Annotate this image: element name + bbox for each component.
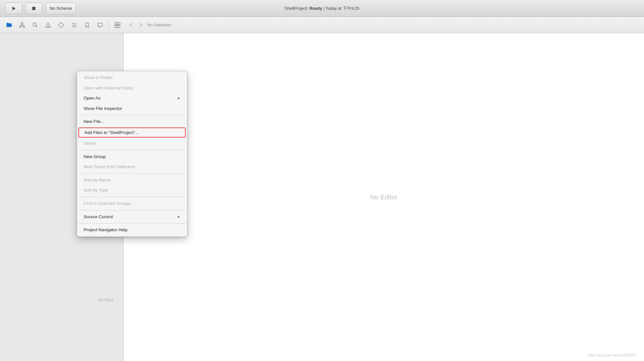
menu-label-open-external-editor: Open with External Editor	[84, 85, 133, 91]
toolbar-divider	[109, 20, 109, 30]
menu-item-open-as[interactable]: Open As ►	[77, 93, 187, 103]
comment-icon[interactable]	[94, 19, 106, 31]
play-button[interactable]	[5, 3, 22, 14]
menu-item-open-external-editor[interactable]: Open with External Editor	[77, 83, 187, 93]
status-sep: |	[322, 6, 326, 11]
menu-item-new-group[interactable]: New Group	[77, 152, 187, 162]
menu-label-add-files: Add Files to “ShellProject”...	[84, 130, 139, 136]
svg-rect-17	[118, 22, 120, 25]
menu-item-show-in-finder[interactable]: Show in Finder	[77, 73, 187, 83]
scheme-label: No Scheme	[50, 6, 72, 11]
svg-marker-0	[12, 7, 16, 10]
svg-rect-19	[118, 25, 120, 28]
menu-label-open-as: Open As	[84, 95, 101, 101]
status-project: ShellProject:	[285, 6, 310, 11]
menu-separator-5	[77, 210, 187, 210]
svg-line-10	[36, 26, 38, 27]
bookmark-icon[interactable]	[81, 19, 93, 31]
folder-icon[interactable]	[3, 19, 15, 31]
svg-rect-3	[20, 26, 21, 27]
hierarchy-icon[interactable]	[16, 19, 28, 31]
menu-label-project-navigator-help: Project Navigator Help	[84, 227, 127, 233]
content-area: No Editor	[124, 33, 644, 361]
stop-button[interactable]	[25, 3, 42, 14]
svg-rect-2	[21, 22, 23, 24]
menu-item-delete[interactable]: Delete	[77, 138, 187, 149]
breadcrumb: No Selection	[147, 22, 171, 27]
svg-rect-4	[23, 26, 25, 27]
menu-separator-3	[77, 173, 187, 174]
diamond-icon[interactable]	[55, 19, 67, 31]
menu-label-new-file: New File...	[84, 119, 104, 125]
title-bar: No Scheme ShellProject: Ready | Today at…	[0, 0, 644, 17]
svg-point-12	[48, 26, 48, 27]
warning-icon[interactable]	[42, 19, 54, 31]
menu-label-source-control: Source Control	[84, 214, 113, 220]
menu-separator-2	[77, 150, 187, 150]
title-center: ShellProject: Ready | Today at 下午9:25	[285, 6, 359, 11]
menu-label-delete: Delete	[84, 140, 96, 146]
source-control-arrow: ►	[177, 215, 181, 219]
no-editor-label: No Editor	[370, 194, 397, 201]
open-as-arrow: ►	[177, 96, 181, 100]
menu-item-new-file[interactable]: New File...	[77, 116, 187, 127]
svg-rect-16	[115, 22, 117, 25]
menu-item-new-group-selection[interactable]: New Group from Selection	[77, 162, 187, 172]
toolbar: No Selection	[0, 17, 644, 33]
no-files-label: No Files	[98, 298, 114, 302]
back-arrow[interactable]	[127, 20, 136, 30]
menu-separator-4	[77, 197, 187, 197]
list-icon[interactable]	[68, 19, 80, 31]
menu-item-show-file-inspector[interactable]: Show File Inspector	[77, 103, 187, 114]
menu-item-sort-by-type[interactable]: Sort by Type	[77, 185, 187, 195]
menu-label-new-group: New Group	[84, 154, 106, 160]
status-ready: Ready	[310, 6, 322, 11]
menu-separator-6	[77, 223, 187, 223]
svg-rect-18	[115, 25, 117, 28]
watermark: https://blog.csdn.net/u012992373	[588, 354, 636, 357]
menu-label-show-file-inspector: Show File Inspector	[84, 106, 122, 112]
context-menu: Show in Finder Open with External Editor…	[77, 71, 187, 237]
menu-label-sort-by-name: Sort by Name	[84, 177, 111, 183]
menu-label-find-in-groups: Find in Selected Groups...	[84, 201, 134, 207]
menu-label-new-group-selection: New Group from Selection	[84, 164, 135, 170]
menu-label-sort-by-type: Sort by Type	[84, 187, 108, 193]
nav-arrows	[127, 20, 145, 30]
menu-separator-1	[77, 115, 187, 115]
forward-arrow[interactable]	[136, 20, 145, 30]
svg-point-9	[33, 23, 36, 26]
menu-item-project-navigator-help[interactable]: Project Navigator Help	[77, 225, 187, 235]
menu-item-source-control[interactable]: Source Control ►	[77, 212, 187, 222]
svg-rect-1	[32, 7, 35, 10]
title-bar-controls: No Scheme	[5, 3, 76, 14]
menu-item-sort-by-name[interactable]: Sort by Name	[77, 175, 187, 185]
search-icon[interactable]	[29, 19, 41, 31]
watermark-text: https://blog.csdn.net/u012992373	[588, 354, 636, 357]
menu-label-show-in-finder: Show in Finder	[84, 75, 113, 81]
menu-item-find-in-groups[interactable]: Find in Selected Groups...	[77, 198, 187, 209]
status-time: Today at 下午9:25	[326, 6, 359, 11]
scheme-selector[interactable]: No Scheme	[46, 3, 76, 14]
grid-icon[interactable]	[112, 19, 123, 31]
menu-item-add-files[interactable]: Add Files to “ShellProject”...	[78, 127, 186, 138]
